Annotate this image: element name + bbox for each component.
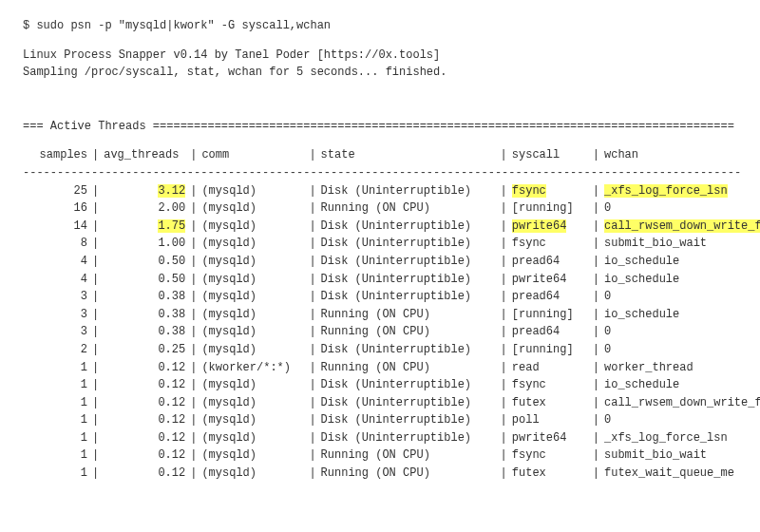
wchan-value: io_schedule	[604, 306, 679, 324]
avg-threads-value: 0.50	[104, 253, 185, 271]
wchan-value: io_schedule	[604, 271, 679, 289]
section-title: === Active Threads =====================…	[23, 118, 737, 136]
syscall-value: poll	[512, 411, 588, 429]
syscall-value: pwrite64	[512, 271, 588, 289]
avg-threads-value: 0.12	[104, 376, 185, 394]
avg-threads-value: 0.38	[104, 306, 185, 324]
table-row: 14|1.75|(mysqld)|Disk (Uninterruptible)|…	[23, 218, 737, 236]
avg-threads-value: 0.12	[104, 411, 185, 429]
table-row: 1|0.12|(mysqld)|Running (ON CPU)|futex|f…	[23, 465, 737, 483]
comm-value: (mysqld)	[201, 446, 304, 465]
samples-value: 16	[23, 200, 87, 218]
syscall-value: [running]	[512, 306, 588, 324]
wchan-value: call_rwsem_down_write_failed	[604, 218, 760, 236]
state-value: Disk (Uninterruptible)	[321, 341, 496, 359]
table-row: 3|0.38|(mysqld)|Running (ON CPU)|[runnin…	[23, 306, 737, 324]
samples-value: 1	[23, 359, 87, 377]
col-wchan: wchan	[604, 146, 638, 164]
state-value: Disk (Uninterruptible)	[321, 271, 496, 289]
wchan-value: submit_bio_wait	[604, 446, 707, 465]
wchan-value: call_rwsem_down_write_failed	[604, 394, 760, 412]
syscall-value: [running]	[512, 341, 588, 359]
samples-value: 3	[23, 288, 87, 306]
samples-value: 2	[23, 341, 87, 359]
samples-value: 3	[23, 323, 87, 341]
comm-value: (mysqld)	[201, 411, 304, 429]
syscall-value: pwrite64	[512, 429, 588, 447]
wchan-value: futex_wait_queue_me	[604, 465, 734, 483]
avg-threads-value: 0.50	[104, 271, 185, 289]
table-row: 3|0.38|(mysqld)|Running (ON CPU)|pread64…	[23, 323, 737, 341]
samples-value: 1	[23, 411, 87, 429]
comm-value: (mysqld)	[201, 235, 304, 253]
wchan-value: 0	[604, 323, 611, 341]
table-row: 2|0.25|(mysqld)|Disk (Uninterruptible)|[…	[23, 341, 737, 359]
samples-value: 4	[23, 271, 87, 289]
table-row: 1|0.12|(kworker/*:*)|Running (ON CPU)|re…	[23, 359, 737, 377]
banner-line-1: Linux Process Snapper v0.14 by Tanel Pod…	[23, 47, 737, 65]
syscall-value: fsync	[512, 182, 588, 200]
comm-value: (mysqld)	[201, 218, 304, 236]
table-row: 1|0.12|(mysqld)|Disk (Uninterruptible)|p…	[23, 429, 737, 447]
syscall-value: pread64	[512, 323, 588, 341]
comm-value: (mysqld)	[201, 394, 304, 412]
avg-threads-value: 1.75	[104, 218, 185, 236]
syscall-value: [running]	[512, 200, 588, 218]
samples-value: 1	[23, 465, 87, 483]
comm-value: (mysqld)	[201, 341, 304, 359]
syscall-value: futex	[512, 394, 588, 412]
samples-value: 4	[23, 253, 87, 271]
comm-value: (mysqld)	[201, 182, 304, 200]
samples-value: 8	[23, 235, 87, 253]
wchan-value: 0	[604, 288, 611, 306]
syscall-value: fsync	[512, 446, 588, 465]
table-row: 1|0.12|(mysqld)|Disk (Uninterruptible)|f…	[23, 376, 737, 394]
comm-value: (mysqld)	[201, 306, 304, 324]
state-value: Disk (Uninterruptible)	[321, 376, 496, 394]
table-row: 3|0.38|(mysqld)|Disk (Uninterruptible)|p…	[23, 288, 737, 306]
comm-value: (mysqld)	[201, 253, 304, 271]
wchan-value: io_schedule	[604, 253, 679, 271]
syscall-value: read	[512, 359, 588, 377]
state-value: Running (ON CPU)	[321, 359, 496, 377]
col-syscall: syscall	[512, 146, 588, 164]
wchan-value: io_schedule	[604, 376, 679, 394]
comm-value: (kworker/*:*)	[201, 359, 304, 377]
col-samples: samples	[23, 146, 87, 164]
table-row: 1|0.12|(mysqld)|Disk (Uninterruptible)|p…	[23, 411, 737, 429]
table-row: 8|1.00|(mysqld)|Disk (Uninterruptible)|f…	[23, 235, 737, 253]
table-row: 16|2.00|(mysqld)|Running (ON CPU)|[runni…	[23, 200, 737, 218]
avg-threads-value: 0.12	[104, 394, 185, 412]
state-value: Disk (Uninterruptible)	[321, 394, 496, 412]
samples-value: 1	[23, 446, 87, 465]
wchan-value: submit_bio_wait	[604, 235, 707, 253]
state-value: Disk (Uninterruptible)	[321, 429, 496, 447]
comm-value: (mysqld)	[201, 200, 304, 218]
state-value: Running (ON CPU)	[321, 306, 496, 324]
table-row: 4|0.50|(mysqld)|Disk (Uninterruptible)|p…	[23, 253, 737, 271]
samples-value: 1	[23, 376, 87, 394]
wchan-value: worker_thread	[604, 359, 694, 377]
avg-threads-value: 0.12	[104, 429, 185, 447]
col-state: state	[321, 146, 496, 164]
wchan-value: 0	[604, 411, 611, 429]
col-comm: comm	[201, 146, 304, 164]
wchan-value: 0	[604, 341, 611, 359]
avg-threads-value: 0.38	[104, 323, 185, 341]
separator: ----------------------------------------…	[23, 164, 737, 182]
avg-threads-value: 0.12	[104, 465, 185, 483]
wchan-value: 0	[604, 200, 611, 218]
comm-value: (mysqld)	[201, 465, 304, 483]
avg-threads-value: 0.38	[104, 288, 185, 306]
wchan-value: _xfs_log_force_lsn	[604, 429, 728, 447]
avg-threads-value: 0.12	[104, 359, 185, 377]
avg-threads-value: 1.00	[104, 235, 185, 253]
comm-value: (mysqld)	[201, 288, 304, 306]
syscall-value: fsync	[512, 376, 588, 394]
samples-value: 1	[23, 429, 87, 447]
state-value: Disk (Uninterruptible)	[321, 182, 496, 200]
table-row: 4|0.50|(mysqld)|Disk (Uninterruptible)|p…	[23, 271, 737, 289]
avg-threads-value: 2.00	[104, 200, 185, 218]
comm-value: (mysqld)	[201, 323, 304, 341]
state-value: Disk (Uninterruptible)	[321, 253, 496, 271]
